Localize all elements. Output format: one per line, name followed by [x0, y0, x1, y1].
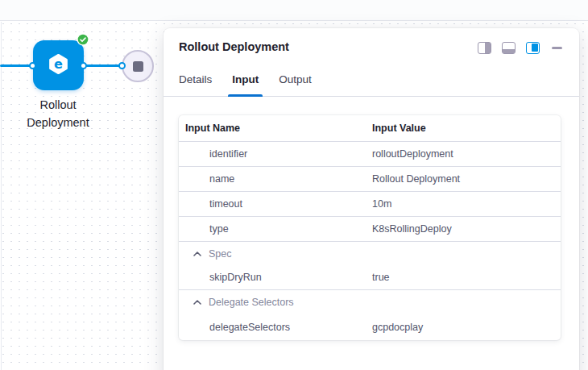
split-right-icon[interactable]: [478, 42, 491, 54]
panel-tabs: Details Input Output: [164, 73, 579, 97]
row-name: identifier: [179, 148, 372, 160]
row-value: 10m: [372, 198, 561, 210]
row-name: skipDryRun: [179, 272, 372, 283]
row-value: true: [372, 272, 561, 283]
step-node-rollout-deployment[interactable]: e: [33, 40, 84, 90]
chevron-up-icon[interactable]: [193, 300, 201, 305]
table-group-spec[interactable]: Spec: [179, 241, 561, 265]
table-row: timeout 10m: [179, 191, 561, 216]
table-row: name Rollout Deployment: [179, 166, 561, 191]
end-node-port[interactable]: [118, 62, 126, 69]
canvas-left-edge: [1, 22, 2, 370]
table-row: delegateSelectors gcpdocplay: [179, 314, 561, 340]
pipeline-end-node[interactable]: [122, 50, 154, 82]
step-details-panel: Rollout Deployment Details Input Output …: [164, 28, 579, 370]
tab-details[interactable]: Details: [179, 73, 212, 96]
input-table: Input Name Input Value identifier rollou…: [179, 115, 561, 340]
table-row: type K8sRollingDeploy: [179, 216, 561, 241]
success-check-icon: [77, 33, 89, 46]
column-header-input-name: Input Name: [179, 123, 372, 134]
split-bottom-icon[interactable]: [502, 42, 516, 54]
table-row: identifier rolloutDeployment: [179, 141, 561, 166]
table-row: skipDryRun true: [179, 265, 561, 289]
node-port-left[interactable]: [29, 62, 36, 69]
row-name: timeout: [179, 198, 372, 210]
panel-title: Rollout Deployment: [179, 40, 289, 53]
row-value: gcpdocplay: [372, 322, 561, 333]
split-right-active-icon[interactable]: [526, 42, 540, 54]
row-name: type: [179, 223, 372, 235]
table-group-delegate-selectors[interactable]: Delegate Selectors: [179, 289, 561, 314]
minimize-icon[interactable]: [552, 47, 562, 49]
row-name: delegateSelectors: [179, 322, 372, 333]
column-header-input-value: Input Value: [372, 123, 561, 134]
panel-header: Rollout Deployment: [164, 28, 579, 54]
row-value: rolloutDeployment: [372, 148, 561, 160]
canvas-toolbar: [0, 0, 588, 21]
panel-window-controls: [478, 42, 562, 54]
row-value: K8sRollingDeploy: [372, 223, 561, 235]
node-port-right[interactable]: [80, 62, 87, 69]
rolling-deployment-icon: e: [48, 53, 69, 78]
tab-input[interactable]: Input: [232, 73, 259, 96]
stop-square-icon: [133, 61, 143, 72]
svg-text:e: e: [54, 56, 63, 72]
table-header-row: Input Name Input Value: [179, 115, 561, 141]
chevron-up-icon[interactable]: [193, 252, 201, 256]
group-label: Delegate Selectors: [209, 297, 294, 308]
connector-outgoing: [83, 64, 123, 67]
row-value: Rollout Deployment: [372, 173, 561, 185]
group-label: Spec: [209, 248, 232, 260]
row-name: name: [179, 173, 372, 185]
tab-output[interactable]: Output: [279, 73, 312, 96]
step-node-label: Rollout Deployment: [14, 96, 102, 131]
